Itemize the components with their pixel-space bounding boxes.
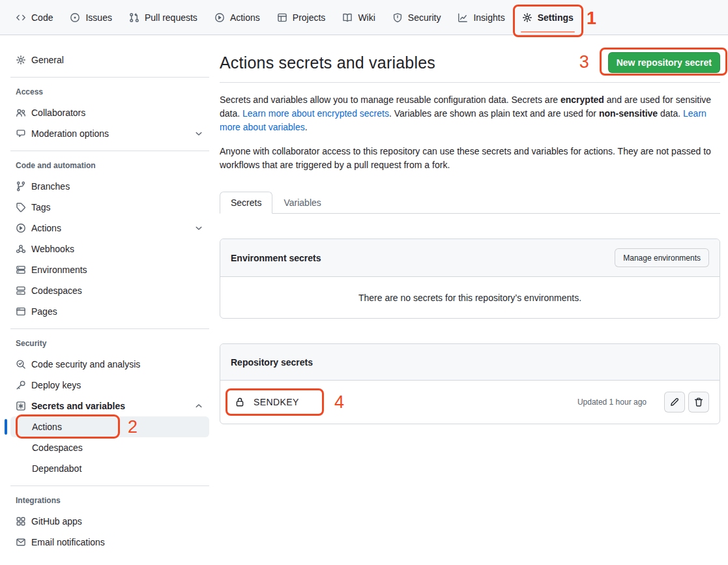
chevron-down-icon — [194, 128, 204, 139]
intro-text: . — [305, 122, 308, 132]
sidebar-section-label: Code and automation — [10, 159, 209, 172]
sidebar-item-environments[interactable]: Environments — [10, 259, 209, 280]
nav-tab-label: Wiki — [358, 12, 375, 23]
sidebar-section-label: Access — [10, 85, 209, 98]
nav-tab-code[interactable]: Code — [10, 0, 58, 35]
sidebar-item-github-apps[interactable]: GitHub apps — [10, 511, 209, 532]
intro-text: data. — [658, 108, 683, 119]
sidebar-item-label: Actions — [32, 422, 62, 432]
secret-name-group: SENDKEY 4 — [231, 397, 319, 407]
nav-tab-issues[interactable]: Issues — [65, 0, 117, 35]
chevron-up-icon — [194, 401, 204, 411]
annotation-box — [16, 414, 120, 439]
shield-icon — [392, 12, 403, 23]
sidebar-item-label: Dependabot — [32, 463, 81, 474]
sidebar-item-moderation-options[interactable]: Moderation options — [10, 123, 209, 144]
annotation-number-3: 3 — [579, 53, 589, 71]
sidebar-item-tags[interactable]: Tags — [10, 197, 209, 218]
sidebar-item-secrets-codespaces[interactable]: Codespaces — [10, 437, 209, 458]
nav-tab-wiki[interactable]: Wiki — [337, 0, 380, 35]
server-icon — [16, 265, 26, 275]
tag-icon — [16, 202, 26, 212]
lock-icon — [235, 397, 245, 407]
tab-secrets[interactable]: Secrets — [220, 192, 272, 214]
intro-bold-text: encrypted — [561, 94, 604, 105]
tab-variables[interactable]: Variables — [272, 192, 332, 214]
sidebar-item-collaborators[interactable]: Collaborators — [10, 102, 209, 123]
table-icon — [277, 12, 287, 23]
repository-secrets-header: Repository secrets — [220, 344, 720, 381]
nav-tab-projects[interactable]: Projects — [272, 0, 331, 35]
sidebar-divider — [10, 151, 209, 151]
intro-paragraph: Secrets and variables allow you to manag… — [220, 93, 720, 134]
sidebar-item-label: Pages — [31, 306, 57, 317]
play-icon — [214, 12, 225, 23]
main-content: Actions secrets and variables New reposi… — [220, 35, 720, 424]
chevron-down-icon — [194, 223, 204, 233]
nav-tab-settings[interactable]: Settings1 — [517, 0, 579, 35]
environment-secrets-empty-text: There are no secrets for this repository… — [220, 277, 720, 318]
sidebar-item-label: General — [31, 55, 64, 65]
comment-discussion-icon — [16, 128, 26, 139]
codespaces-icon — [16, 285, 26, 296]
sidebar-item-secrets-actions[interactable]: Actions2 — [10, 416, 209, 437]
settings-sidebar: GeneralAccessCollaboratorsModeration opt… — [10, 35, 209, 553]
learn-more-link[interactable]: Learn more about encrypted secrets — [242, 108, 389, 119]
collaborator-access-paragraph: Anyone with collaborator access to this … — [220, 145, 720, 172]
sidebar-item-email-notifications[interactable]: Email notifications — [10, 532, 209, 553]
nav-tab-label: Code — [31, 12, 53, 23]
webhook-icon — [16, 244, 26, 254]
sidebar-item-actions[interactable]: Actions — [10, 218, 209, 239]
sidebar-item-codespaces[interactable]: Codespaces — [10, 280, 209, 301]
intro-bold-text: non-sensitive — [599, 108, 658, 119]
nav-tab-insights[interactable]: Insights — [452, 0, 510, 35]
gear-icon — [16, 55, 26, 65]
sidebar-item-pages[interactable]: Pages — [10, 301, 209, 322]
nav-tab-pull-requests[interactable]: Pull requests — [124, 0, 203, 35]
manage-environments-button[interactable]: Manage environments — [615, 248, 709, 267]
sidebar-item-label: Moderation options — [31, 128, 109, 139]
edit-secret-button[interactable] — [664, 392, 685, 413]
nav-tab-security[interactable]: Security — [387, 0, 446, 35]
sidebar-item-branches[interactable]: Branches — [10, 176, 209, 197]
codescan-icon — [16, 359, 26, 369]
sidebar-item-label: Webhooks — [31, 244, 74, 254]
sidebar-item-label: Branches — [31, 181, 70, 192]
intro-text: Secrets and variables allow you to manag… — [220, 94, 561, 105]
book-icon — [342, 12, 353, 23]
header-divider — [220, 82, 720, 83]
new-repository-secret-button[interactable]: New repository secret — [608, 52, 720, 73]
play-icon — [16, 223, 26, 233]
sidebar-item-label: Deploy keys — [31, 380, 81, 390]
secrets-variables-tabnav: SecretsVariables — [220, 192, 720, 214]
git-branch-icon — [16, 181, 26, 192]
delete-secret-button[interactable] — [688, 392, 709, 413]
sidebar-item-webhooks[interactable]: Webhooks — [10, 239, 209, 259]
sidebar-divider — [10, 328, 209, 329]
sidebar-item-label: Environments — [31, 265, 87, 275]
nav-tab-actions[interactable]: Actions — [209, 0, 265, 35]
sidebar-item-code-security-and-analysis[interactable]: Code security and analysis — [10, 354, 209, 375]
issue-icon — [70, 12, 80, 23]
sidebar-divider — [10, 77, 209, 78]
intro-text: . Variables are shown as plain text and … — [389, 108, 599, 119]
sidebar-item-secrets-dependabot[interactable]: Dependabot — [10, 458, 209, 479]
sidebar-item-deploy-keys[interactable]: Deploy keys — [10, 375, 209, 396]
secret-updated-text: Updated 1 hour ago — [577, 398, 647, 407]
sidebar-item-label: Email notifications — [31, 537, 105, 547]
page-layout: GeneralAccessCollaboratorsModeration opt… — [0, 35, 728, 553]
key-icon — [16, 380, 26, 390]
sidebar-item-general[interactable]: General — [10, 50, 209, 70]
sidebar-section-label: Integrations — [10, 494, 209, 507]
sidebar-section-label: Security — [10, 337, 209, 350]
sidebar-item-secrets-and-variables[interactable]: Secrets and variables — [10, 396, 209, 416]
browser-icon — [16, 306, 26, 317]
nav-tab-label: Pull requests — [145, 12, 197, 23]
sidebar-item-label: Secrets and variables — [31, 401, 125, 411]
nav-tab-label: Insights — [473, 12, 504, 23]
sidebar-item-label: Codespaces — [31, 285, 82, 296]
sidebar-item-label: Code security and analysis — [31, 359, 140, 369]
repo-tab-bar: CodeIssuesPull requestsActionsProjectsWi… — [0, 0, 728, 35]
annotation-number-1: 1 — [587, 10, 596, 27]
nav-tab-label: Security — [408, 12, 441, 23]
